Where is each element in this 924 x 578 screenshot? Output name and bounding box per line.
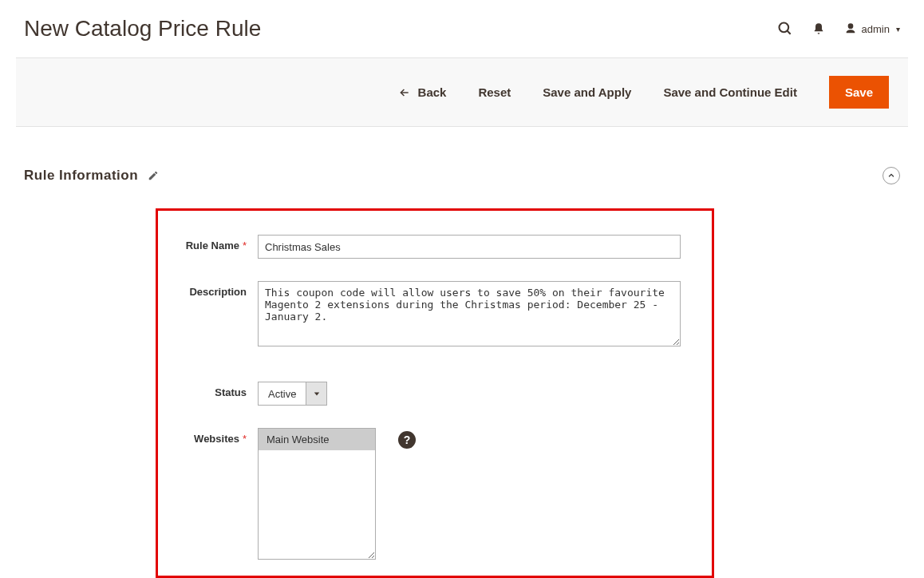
chevron-down-icon: ▾: [896, 25, 900, 34]
description-row: Description This coupon code will allow …: [174, 281, 696, 350]
rule-name-input[interactable]: [258, 235, 681, 259]
back-label: Back: [418, 85, 447, 99]
svg-marker-3: [314, 392, 319, 395]
websites-multiselect[interactable]: Main Website: [258, 428, 376, 560]
page-title: New Catalog Price Rule: [24, 16, 261, 42]
websites-label: Websites*: [174, 428, 258, 445]
required-mark: *: [243, 433, 247, 445]
rule-name-row: Rule Name*: [174, 235, 696, 259]
section-title-block: Rule Information: [24, 168, 159, 184]
action-bar: Back Reset Save and Apply Save and Conti…: [16, 57, 908, 127]
header-icons: admin ▾: [777, 21, 900, 37]
search-icon[interactable]: [777, 21, 793, 37]
description-input[interactable]: This coupon code will allow users to sav…: [258, 281, 681, 346]
save-and-apply-button[interactable]: Save and Apply: [543, 85, 631, 99]
user-icon: [844, 22, 857, 35]
websites-row: Websites* Main Website ?: [174, 428, 696, 560]
required-mark: *: [243, 240, 247, 251]
admin-username: admin: [862, 23, 890, 35]
section-title: Rule Information: [24, 168, 138, 184]
notifications-icon[interactable]: [812, 22, 825, 36]
section-header: Rule Information: [16, 167, 908, 184]
edit-icon[interactable]: [148, 170, 159, 181]
svg-point-0: [779, 23, 788, 33]
status-dropdown-button[interactable]: [306, 382, 326, 405]
save-button[interactable]: Save: [829, 76, 889, 109]
chevron-up-icon: [887, 172, 895, 180]
reset-button[interactable]: Reset: [478, 85, 511, 99]
caret-down-icon: [314, 390, 320, 397]
help-icon[interactable]: ?: [398, 431, 416, 449]
status-row: Status Active: [174, 382, 696, 406]
back-button[interactable]: Back: [397, 85, 447, 99]
status-label: Status: [174, 382, 258, 398]
status-select[interactable]: Active: [258, 382, 327, 406]
svg-line-1: [787, 31, 790, 34]
description-label: Description: [174, 281, 258, 298]
rule-name-label: Rule Name*: [174, 235, 258, 251]
collapse-toggle[interactable]: [883, 167, 900, 184]
admin-account-menu[interactable]: admin ▾: [844, 22, 900, 35]
arrow-left-icon: [397, 87, 412, 98]
page-header: New Catalog Price Rule admin ▾: [16, 0, 908, 49]
highlighted-form-area: Rule Name* Description This coupon code …: [156, 208, 714, 578]
save-and-continue-button[interactable]: Save and Continue Edit: [663, 85, 797, 99]
status-value: Active: [259, 382, 306, 405]
websites-option-main[interactable]: Main Website: [259, 429, 375, 450]
